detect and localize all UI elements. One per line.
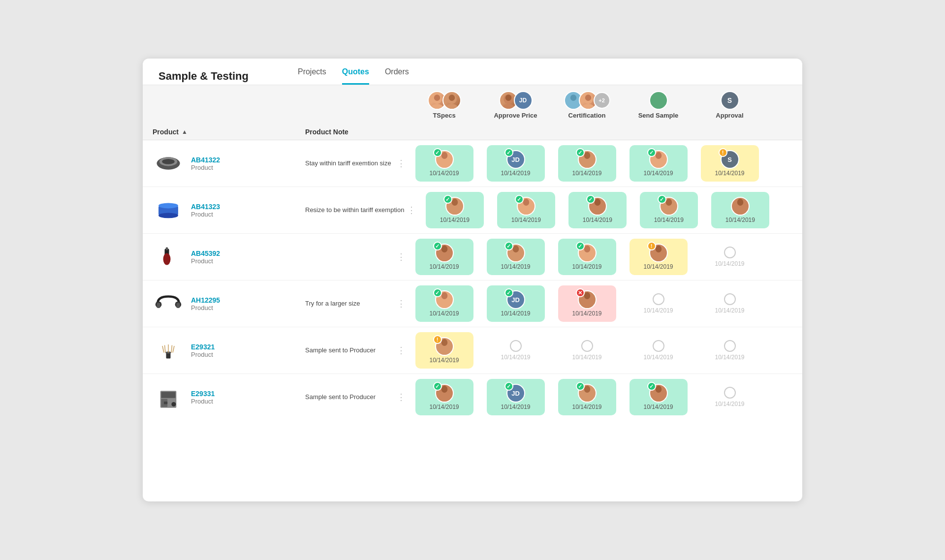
status-box: ✓ 10/14/2019 xyxy=(415,239,473,275)
cross-badge: ✕ xyxy=(576,288,585,297)
note-cell: Try for a larger size xyxy=(305,299,394,308)
actions-cell[interactable]: ⋮ xyxy=(394,158,409,169)
status-cell-send[interactable]: ✓ 10/14/2019 xyxy=(623,379,694,415)
actions-cell[interactable]: ⋮ xyxy=(394,392,409,403)
status-cell-approval[interactable]: 10/14/2019 xyxy=(694,340,765,361)
table-row: AH12295 Product Try for a larger size ⋮ … xyxy=(143,280,802,327)
status-cell-approve[interactable]: 10/14/2019 xyxy=(480,340,551,361)
empty-circle xyxy=(724,293,736,305)
status-cell-approve[interactable]: ✓ 10/14/2019 xyxy=(480,239,551,275)
status-cell-approval[interactable]: 10/14/2019 xyxy=(694,247,765,267)
status-cell-cert[interactable]: ✓ 10/14/2019 xyxy=(551,379,623,415)
status-cell-cert[interactable]: ✓ 10/14/2019 xyxy=(551,145,623,182)
svg-point-71 xyxy=(581,303,593,309)
status-cell-tspecs[interactable]: ✓ 10/14/2019 xyxy=(409,285,480,322)
product-note: Sample sent to Producer xyxy=(305,346,376,354)
status-cell-send[interactable]: ! 10/14/2019 xyxy=(623,239,694,275)
status-cell-tspecs[interactable]: ✓ 10/14/2019 xyxy=(409,379,480,415)
svg-point-80 xyxy=(441,339,447,346)
note-cell: Stay within tariff exemtion size xyxy=(305,159,394,168)
status-date: 10/14/2019 xyxy=(643,263,673,270)
svg-point-19 xyxy=(162,159,174,164)
row-actions-icon[interactable]: ⋮ xyxy=(397,158,406,169)
product-type: Product xyxy=(191,304,220,311)
svg-point-36 xyxy=(523,199,530,206)
product-cell: E29331 Product xyxy=(153,381,305,413)
status-cell-approve[interactable]: JD ✓ 10/14/2019 xyxy=(480,285,551,322)
status-cell-cert[interactable]: ✓ 10/14/2019 xyxy=(551,239,623,275)
status-box: ✓ 10/14/2019 xyxy=(568,192,627,228)
empty-circle xyxy=(724,387,736,399)
certification-avatar-extra: +2 xyxy=(594,92,610,109)
status-cell-approval[interactable]: 10/14/2019 xyxy=(694,387,765,407)
warn-badge: ! xyxy=(647,242,656,250)
svg-point-28 xyxy=(652,162,664,169)
svg-point-91 xyxy=(584,386,590,393)
table-row: AB41323 Product Resize to be within tari… xyxy=(143,187,802,234)
product-id[interactable]: AB41323 xyxy=(191,203,220,211)
status-cell-cert[interactable]: 10/14/2019 xyxy=(551,340,623,361)
svg-point-10 xyxy=(570,94,576,101)
tab-quotes[interactable]: Quotes xyxy=(342,67,369,85)
status-box: S ! 10/14/2019 xyxy=(701,145,759,182)
svg-point-70 xyxy=(584,292,590,299)
row-actions-icon[interactable]: ⋮ xyxy=(407,205,416,216)
status-cell-tspecs[interactable]: ✓ 10/14/2019 xyxy=(409,145,480,182)
status-cell-send[interactable]: ✓ 10/14/2019 xyxy=(623,145,694,182)
status-cell-approval[interactable]: S ! 10/14/2019 xyxy=(694,145,765,182)
status-cell-tspecs[interactable]: ✓ 10/14/2019 xyxy=(419,192,490,228)
status-cell-approve[interactable]: ✓ 10/14/2019 xyxy=(490,192,562,228)
product-id[interactable]: AB41322 xyxy=(191,156,220,164)
svg-point-40 xyxy=(591,209,603,216)
product-id[interactable]: E29331 xyxy=(191,390,215,398)
table-row: AB45392 Product ⋮ ✓ 10/14/2019 xyxy=(143,234,802,280)
th-product[interactable]: Product ▲ xyxy=(153,128,305,136)
status-cell-cert[interactable]: ✓ 10/14/2019 xyxy=(562,192,633,228)
status-cell-cert[interactable]: ✕ 10/14/2019 xyxy=(551,285,623,322)
check-badge: ✓ xyxy=(586,195,595,204)
status-avatar-wrap: ✓ xyxy=(660,197,678,216)
product-info: AB41322 Product xyxy=(191,156,220,171)
actions-cell[interactable]: ⋮ xyxy=(404,205,419,216)
check-badge: ✓ xyxy=(658,195,666,204)
row-actions-icon[interactable]: ⋮ xyxy=(397,298,406,309)
status-avatar-wrap: ✓ xyxy=(517,197,536,216)
svg-point-8 xyxy=(503,104,514,109)
status-cell-send[interactable]: ✓ 10/14/2019 xyxy=(633,192,704,228)
status-avatar-wrap: ! xyxy=(435,337,454,356)
send-sample-header: Send Sample xyxy=(623,91,694,124)
tab-projects[interactable]: Projects xyxy=(298,67,326,85)
status-cell-approve[interactable]: JD ✓ 10/14/2019 xyxy=(480,145,551,182)
actions-cell[interactable]: ⋮ xyxy=(394,251,409,262)
row-actions-icon[interactable]: ⋮ xyxy=(397,251,406,262)
actions-cell[interactable]: ⋮ xyxy=(394,298,409,309)
svg-point-88 xyxy=(441,386,447,393)
status-avatar-wrap: ✓ xyxy=(649,150,668,169)
row-actions-icon[interactable]: ⋮ xyxy=(397,392,406,403)
status-date: 10/14/2019 xyxy=(572,354,601,361)
actions-cell[interactable]: ⋮ xyxy=(394,345,409,356)
tab-orders[interactable]: Orders xyxy=(385,67,409,85)
status-cell-tspecs[interactable]: ! 10/14/2019 xyxy=(409,332,480,369)
status-box: ✓ 10/14/2019 xyxy=(640,192,698,228)
product-id[interactable]: AH12295 xyxy=(191,296,220,304)
row-actions-icon[interactable]: ⋮ xyxy=(397,345,406,356)
status-date: 10/14/2019 xyxy=(501,310,530,317)
status-cell-send[interactable]: 10/14/2019 xyxy=(623,340,694,361)
status-cell-tspecs[interactable]: ✓ 10/14/2019 xyxy=(409,239,480,275)
app-title: Sample & Testing xyxy=(158,70,249,83)
product-id[interactable]: AB45392 xyxy=(191,249,220,257)
product-id[interactable]: E29321 xyxy=(191,343,215,351)
status-box: 10/14/2019 xyxy=(711,192,769,228)
tspecs-header: TSpecs xyxy=(409,91,480,124)
status-cell-approve[interactable]: JD ✓ 10/14/2019 xyxy=(480,379,551,415)
status-cell-approval[interactable]: 10/14/2019 xyxy=(704,192,776,228)
sort-arrow-icon[interactable]: ▲ xyxy=(182,128,188,135)
status-cell-send[interactable]: 10/14/2019 xyxy=(623,293,694,314)
svg-point-57 xyxy=(584,246,590,252)
product-cell: AH12295 Product xyxy=(153,288,305,319)
status-box: ✓ 10/14/2019 xyxy=(415,145,473,182)
svg-rect-65 xyxy=(176,303,180,308)
status-avatar-wrap: ✓ xyxy=(506,244,525,262)
status-cell-approval[interactable]: 10/14/2019 xyxy=(694,293,765,314)
